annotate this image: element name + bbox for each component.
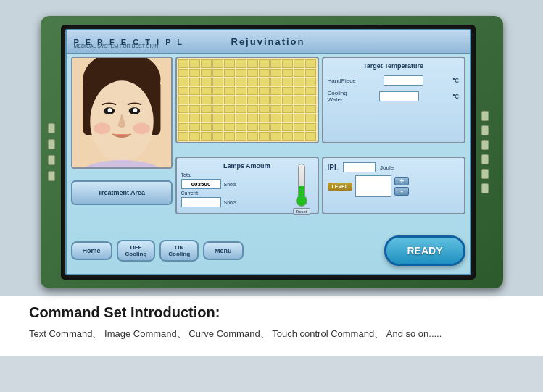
grid-cell <box>236 78 246 86</box>
grid-cell <box>282 105 293 114</box>
grid-cell <box>305 78 316 86</box>
grid-cell <box>294 78 304 86</box>
grid-cell <box>178 59 189 68</box>
pin <box>481 125 489 135</box>
level-plus-button[interactable]: + <box>394 177 409 185</box>
therm-fill <box>299 186 304 196</box>
reset-button[interactable]: Reset <box>293 208 310 215</box>
grid-cell <box>294 87 304 96</box>
grid-cell <box>259 132 270 141</box>
face-svg <box>72 58 171 167</box>
pins-right <box>481 111 489 193</box>
grid-cell <box>236 69 246 78</box>
grid-cell <box>201 123 212 132</box>
grid-cell <box>247 114 258 122</box>
grid-cell <box>224 114 235 122</box>
temp-panel: Target Temperature HandPiece ℃ CoolingWa… <box>322 57 465 143</box>
lamps-total-value-row: 003500 Shots <box>181 179 237 189</box>
grid-cell <box>282 132 293 141</box>
treatment-area-button[interactable]: Treatment Area <box>71 180 173 205</box>
grid-cell <box>247 69 258 78</box>
grid-cell <box>212 87 223 96</box>
on-label: ON <box>168 244 190 251</box>
grid-cell <box>189 96 200 104</box>
ipl-value-input[interactable] <box>343 162 376 172</box>
handpiece-temp-input[interactable] <box>384 75 423 86</box>
grid-cell <box>178 114 189 122</box>
grid-cell <box>189 114 200 122</box>
cooling-temp-input[interactable] <box>379 91 419 101</box>
treatment-grid: // Will be rendered inline <box>177 58 318 142</box>
ipl-panel: IPL Joule LEVEL + - <box>322 157 465 214</box>
grid-cell <box>305 132 316 141</box>
grid-cell <box>201 114 212 122</box>
grid-cell <box>212 123 223 132</box>
grid-cell <box>247 78 258 86</box>
grid-cell <box>201 105 212 114</box>
handpiece-label: HandPiece <box>328 78 356 84</box>
lamps-current-shots: Shots <box>224 200 237 205</box>
grid-cell <box>178 78 189 86</box>
grid-cell <box>259 78 270 86</box>
pin <box>48 155 55 165</box>
level-section: LEVEL + - <box>328 175 460 197</box>
grid-cell <box>212 59 223 68</box>
grid-cell <box>294 69 304 78</box>
grid-cell <box>282 69 293 78</box>
grid-cell <box>294 114 304 122</box>
ready-button[interactable]: READY <box>384 235 465 266</box>
home-button[interactable]: Home <box>71 241 112 260</box>
lamps-total-value: 003500 <box>181 179 221 189</box>
grid-cell <box>189 69 200 78</box>
grid-cell <box>282 114 293 122</box>
grid-cell <box>212 69 223 78</box>
grid-cell <box>259 105 270 114</box>
therm-bulb <box>296 195 307 207</box>
grid-cell <box>224 105 235 114</box>
grid-cell <box>236 123 246 132</box>
handpiece-temp-row: HandPiece ℃ <box>328 75 460 86</box>
grid-cell <box>305 87 316 96</box>
grid-cell <box>189 87 200 96</box>
grid-cell <box>224 87 235 96</box>
pin <box>481 183 489 193</box>
lamps-current-label: Current <box>181 191 209 196</box>
level-minus-button[interactable]: - <box>394 187 409 196</box>
grid-cell <box>236 87 246 96</box>
ipl-joule-label: Joule <box>380 164 394 171</box>
grid-cell <box>224 96 235 104</box>
grid-cell <box>224 123 235 132</box>
ipl-top-row: IPL Joule <box>328 162 460 172</box>
grid-cell <box>247 123 258 132</box>
grid-cell <box>282 96 293 104</box>
on-sub: Cooling <box>168 251 190 257</box>
menu-button[interactable]: Menu <box>203 241 244 260</box>
grid-cell <box>178 96 189 104</box>
grid-cell <box>247 105 258 114</box>
grid-cell <box>305 105 316 114</box>
grid-cell <box>224 69 235 78</box>
grid-cell <box>294 59 304 68</box>
grid-cell <box>294 96 304 104</box>
grid-cell <box>270 132 281 141</box>
svg-point-10 <box>133 123 149 135</box>
grid-cell <box>270 96 281 104</box>
grid-cell <box>259 87 270 96</box>
grid-cell <box>224 132 235 141</box>
pins-left <box>46 123 55 181</box>
grid-cell <box>212 78 223 86</box>
section-text: Text Command、 Image Command、 Curve Comma… <box>29 327 514 342</box>
grid-cell <box>201 132 212 141</box>
grid-cell <box>178 123 189 132</box>
off-cooling-button[interactable]: OFF Cooling <box>117 240 156 262</box>
face-image-area <box>71 57 173 169</box>
grid-cell <box>236 132 246 141</box>
grid-cell <box>189 105 200 114</box>
below-device-section: Command Set Introduction: Text Command、 … <box>0 296 543 356</box>
lamps-current-value-row: Shots <box>181 197 237 207</box>
on-cooling-button[interactable]: ON Cooling <box>159 240 199 262</box>
therm-tube <box>298 164 305 196</box>
mode-title: Rejuvination <box>231 36 304 47</box>
grid-cell <box>259 123 270 132</box>
grid-cell <box>294 132 304 141</box>
